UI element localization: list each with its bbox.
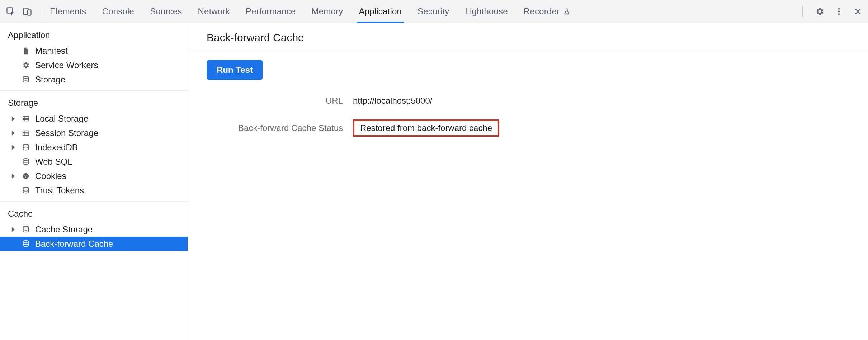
svg-point-11 <box>23 173 29 179</box>
sidebar-item-label: Cookies <box>35 171 66 181</box>
sidebar-item-indexeddb[interactable]: IndexedDB <box>0 140 188 155</box>
cookie-icon <box>21 172 31 180</box>
sidebar-item-cache-storage[interactable]: Cache Storage <box>0 222 188 237</box>
svg-point-9 <box>23 144 29 146</box>
application-sidebar: Application Manifest Service Workers <box>0 23 188 340</box>
main-panel: Back-forward Cache Run Test URL http://l… <box>188 23 868 340</box>
sidebar-item-session-storage[interactable]: Session Storage <box>0 126 188 140</box>
inspect-element-icon[interactable] <box>6 6 16 16</box>
tab-application[interactable]: Application <box>359 0 402 23</box>
svg-point-10 <box>23 159 29 161</box>
sidebar-item-bf-cache[interactable]: Back-forward Cache <box>0 237 188 251</box>
main-body: Run Test URL http://localhost:5000/ Back… <box>188 51 868 137</box>
sidebar-item-label: Back-forward Cache <box>35 239 113 249</box>
tab-label: Network <box>198 6 230 16</box>
sidebar-item-label: Trust Tokens <box>35 185 84 195</box>
url-label: URL <box>207 96 343 106</box>
chevron-right-icon[interactable] <box>10 131 16 136</box>
svg-point-15 <box>23 187 29 189</box>
tab-label: Sources <box>150 6 182 16</box>
database-icon <box>21 158 31 166</box>
sidebar-item-label: Storage <box>35 75 65 85</box>
sidebar-item-app-storage[interactable]: Storage <box>0 72 188 87</box>
status-grid: URL http://localhost:5000/ Back-forward … <box>207 96 868 137</box>
page-title: Back-forward Cache <box>207 32 868 44</box>
sidebar-item-service-workers[interactable]: Service Workers <box>0 58 188 72</box>
tab-label: Performance <box>246 6 296 16</box>
sidebar-item-web-sql[interactable]: Web SQL <box>0 155 188 169</box>
chevron-right-icon[interactable] <box>10 227 16 232</box>
tab-label: Elements <box>50 6 86 16</box>
section-title: Application <box>0 28 188 44</box>
section-title: Cache <box>0 207 188 222</box>
tab-recorder[interactable]: Recorder <box>524 0 570 23</box>
tab-label: Application <box>359 6 402 16</box>
status-label: Back-forward Cache Status <box>207 123 343 133</box>
tab-network[interactable]: Network <box>198 0 230 23</box>
tab-memory[interactable]: Memory <box>312 0 343 23</box>
tab-label: Security <box>418 6 449 16</box>
sidebar-item-label: Manifest <box>35 46 68 56</box>
status-value: Restored from back-forward cache <box>353 119 868 137</box>
svg-rect-2 <box>28 10 31 15</box>
sidebar-item-label: Session Storage <box>35 128 98 138</box>
svg-point-16 <box>23 226 29 228</box>
tab-label: Recorder <box>524 6 560 16</box>
sidebar-item-manifest[interactable]: Manifest <box>0 44 188 58</box>
database-icon <box>21 143 31 151</box>
sidebar-item-label: Service Workers <box>35 60 98 70</box>
svg-point-5 <box>838 13 840 15</box>
url-value: http://localhost:5000/ <box>353 96 868 106</box>
svg-point-17 <box>23 241 29 243</box>
main-header: Back-forward Cache <box>188 23 868 51</box>
tab-security[interactable]: Security <box>418 0 449 23</box>
devtools-toolbar: Elements Console Sources Network Perform… <box>0 0 868 23</box>
database-icon <box>21 186 31 194</box>
svg-point-14 <box>25 176 26 178</box>
sidebar-item-cookies[interactable]: Cookies <box>0 169 188 183</box>
toolbar-divider <box>802 6 803 17</box>
close-icon[interactable] <box>854 7 862 16</box>
svg-point-12 <box>24 175 25 176</box>
sidebar-item-label: IndexedDB <box>35 142 78 152</box>
table-icon <box>21 129 31 137</box>
tab-performance[interactable]: Performance <box>246 0 296 23</box>
run-test-button[interactable]: Run Test <box>207 60 263 80</box>
sidebar-section-storage: Storage Local Storage Session Storage <box>0 91 188 202</box>
sidebar-section-cache: Cache Cache Storage Back-forward Cache <box>0 202 188 255</box>
sidebar-item-label: Local Storage <box>35 114 88 124</box>
status-highlight-box: Restored from back-forward cache <box>353 119 499 137</box>
sidebar-item-label: Cache Storage <box>35 225 93 235</box>
sidebar-item-label: Web SQL <box>35 157 72 167</box>
chevron-right-icon[interactable] <box>10 145 16 150</box>
tab-elements[interactable]: Elements <box>50 0 86 23</box>
sidebar-item-trust-tokens[interactable]: Trust Tokens <box>0 183 188 198</box>
table-icon <box>21 115 31 123</box>
chevron-right-icon[interactable] <box>10 174 16 179</box>
tab-label: Console <box>102 6 134 16</box>
tab-label: Memory <box>312 6 343 16</box>
database-icon <box>21 226 31 233</box>
flask-icon <box>563 8 570 15</box>
gear-icon <box>21 61 31 69</box>
sidebar-section-application: Application Manifest Service Workers <box>0 23 188 91</box>
device-toggle-icon[interactable] <box>22 6 32 16</box>
svg-point-4 <box>838 10 840 12</box>
tab-console[interactable]: Console <box>102 0 134 23</box>
kebab-menu-icon[interactable] <box>834 7 844 16</box>
devtools-tabs: Elements Console Sources Network Perform… <box>47 0 573 23</box>
tab-sources[interactable]: Sources <box>150 0 182 23</box>
file-icon <box>21 47 31 55</box>
chevron-right-icon[interactable] <box>10 116 16 121</box>
section-title: Storage <box>0 96 188 112</box>
tab-lighthouse[interactable]: Lighthouse <box>465 0 508 23</box>
svg-point-13 <box>26 175 27 176</box>
database-icon <box>21 240 31 248</box>
database-icon <box>21 76 31 84</box>
tab-label: Lighthouse <box>465 6 508 16</box>
toolbar-divider <box>41 6 41 17</box>
gear-icon[interactable] <box>815 7 824 16</box>
svg-point-6 <box>23 76 29 79</box>
svg-point-3 <box>838 8 840 10</box>
sidebar-item-local-storage[interactable]: Local Storage <box>0 112 188 126</box>
